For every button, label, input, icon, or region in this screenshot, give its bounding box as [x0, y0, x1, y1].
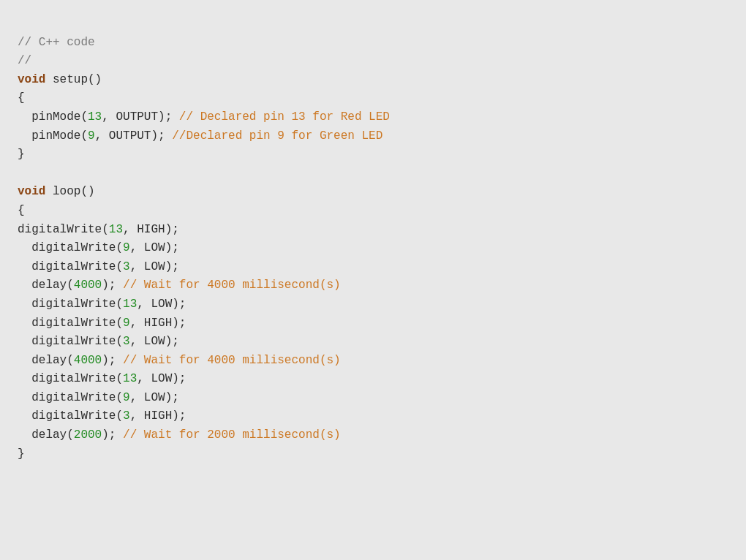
- code-token: );: [102, 354, 123, 367]
- code-token: 13: [109, 223, 123, 236]
- code-line: [18, 164, 728, 183]
- code-line: void loop(): [18, 183, 728, 202]
- code-line: }: [18, 445, 728, 464]
- code-line: digitalWrite(13, HIGH);: [18, 221, 728, 240]
- code-token: loop(): [45, 185, 94, 198]
- code-token: , HIGH);: [130, 317, 186, 330]
- code-token: );: [102, 428, 123, 442]
- code-token: , OUTPUT);: [102, 110, 179, 124]
- code-token: , LOW);: [137, 298, 186, 311]
- code-token: // Wait for 4000 millisecond(s): [123, 279, 341, 292]
- code-token: // Declared pin 13 for Red LED: [179, 110, 390, 124]
- code-token: , LOW);: [130, 335, 179, 348]
- code-line: delay(4000); // Wait for 4000 millisecon…: [18, 276, 728, 295]
- code-token: delay(: [18, 428, 74, 442]
- code-token: pinMode(: [18, 129, 88, 143]
- code-line: void setup(): [18, 71, 728, 90]
- code-block: // C++ code//void setup(){ pinMode(13, O…: [18, 15, 728, 463]
- code-line: delay(4000); // Wait for 4000 millisecon…: [18, 352, 728, 371]
- code-token: , LOW);: [130, 241, 179, 254]
- code-token: , HIGH);: [123, 223, 179, 236]
- code-token: , HIGH);: [130, 409, 186, 423]
- code-token: {: [18, 204, 25, 217]
- code-token: {: [18, 91, 25, 105]
- code-token: // Wait for 2000 millisecond(s): [123, 428, 341, 442]
- code-token: 2000: [74, 428, 102, 442]
- code-line: digitalWrite(13, LOW);: [18, 295, 728, 314]
- code-token: //: [18, 54, 31, 67]
- code-line: }: [18, 145, 728, 164]
- code-line: digitalWrite(3, LOW);: [18, 258, 728, 277]
- code-token: digitalWrite(: [18, 241, 123, 254]
- code-token: setup(): [45, 73, 102, 86]
- code-line: {: [18, 89, 728, 108]
- code-token: 3: [123, 260, 130, 273]
- code-token: digitalWrite(: [18, 409, 123, 423]
- code-token: digitalWrite(: [18, 317, 123, 330]
- code-line: // C++ code: [18, 34, 728, 53]
- code-token: 13: [88, 110, 102, 124]
- code-token: 4000: [74, 279, 102, 292]
- code-token: , LOW);: [130, 391, 179, 404]
- code-token: 3: [123, 335, 130, 348]
- code-line: pinMode(13, OUTPUT); // Declared pin 13 …: [18, 108, 728, 127]
- code-line: {: [18, 202, 728, 221]
- code-token: // Wait for 4000 millisecond(s): [123, 354, 341, 367]
- code-line: //: [18, 52, 728, 71]
- code-token: 9: [88, 129, 95, 143]
- code-token: // C++ code: [18, 36, 95, 49]
- code-line: digitalWrite(3, LOW);: [18, 333, 728, 352]
- code-token: , OUTPUT);: [95, 129, 173, 143]
- code-token: }: [18, 148, 25, 161]
- code-line: digitalWrite(3, HIGH);: [18, 407, 728, 426]
- code-token: 13: [123, 372, 137, 385]
- code-token: , LOW);: [137, 372, 186, 385]
- code-token: }: [18, 447, 25, 461]
- code-token: , LOW);: [130, 260, 179, 273]
- code-token: digitalWrite(: [18, 298, 123, 311]
- code-token: delay(: [18, 354, 74, 367]
- code-token: digitalWrite(: [18, 260, 123, 273]
- code-line: pinMode(9, OUTPUT); //Declared pin 9 for…: [18, 127, 728, 146]
- code-token: 9: [123, 391, 130, 404]
- code-token: digitalWrite(: [18, 223, 109, 236]
- code-token: digitalWrite(: [18, 335, 123, 348]
- code-token: 3: [123, 409, 130, 423]
- code-token: );: [102, 279, 123, 292]
- code-line: digitalWrite(9, LOW);: [18, 239, 728, 258]
- code-line: digitalWrite(13, LOW);: [18, 370, 728, 389]
- code-token: digitalWrite(: [18, 372, 123, 385]
- code-token: delay(: [18, 279, 74, 292]
- code-token: digitalWrite(: [18, 391, 123, 404]
- code-token: pinMode(: [18, 110, 88, 124]
- code-token: void: [18, 73, 45, 86]
- code-token: //Declared pin 9 for Green LED: [172, 129, 383, 143]
- code-line: delay(2000); // Wait for 2000 millisecon…: [18, 426, 728, 445]
- code-token: 4000: [74, 354, 102, 367]
- code-line: digitalWrite(9, HIGH);: [18, 314, 728, 333]
- code-token: void: [18, 185, 45, 198]
- code-token: 13: [123, 298, 137, 311]
- code-token: 9: [123, 317, 130, 330]
- code-line: digitalWrite(9, LOW);: [18, 389, 728, 408]
- code-token: 9: [123, 241, 130, 254]
